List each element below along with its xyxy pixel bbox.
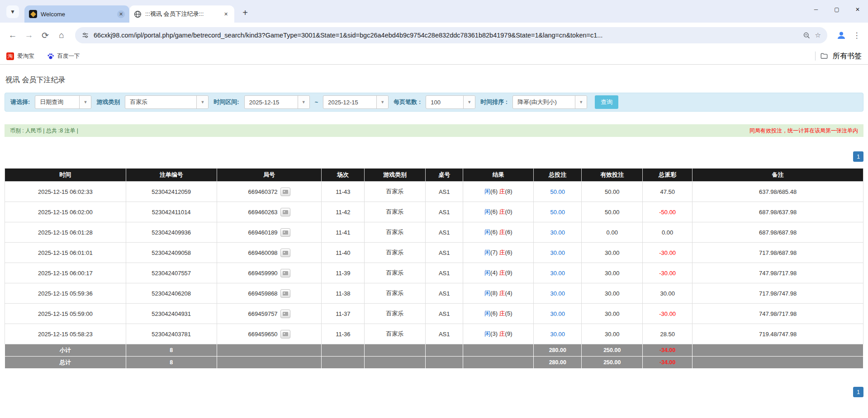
reload-button[interactable]: ⟳ bbox=[37, 27, 53, 43]
bet-records-table: 时间 注单编号 局号 场次 游戏类别 桌号 结果 总投注 有效投注 总派彩 备注… bbox=[5, 168, 863, 369]
total-bet-link[interactable]: 30.00 bbox=[550, 229, 565, 236]
window-controls: ─ ▢ ✕ bbox=[806, 2, 868, 17]
cell-game-type: 百家乐 bbox=[365, 182, 426, 202]
header-total-bet: 总投注 bbox=[534, 169, 582, 182]
site-settings-icon[interactable] bbox=[81, 32, 89, 39]
cell-bet-id: 523042403781 bbox=[126, 324, 217, 344]
cell-table-no: AS1 bbox=[425, 222, 463, 243]
currency-total-text: 币别 : 人民币 | 总共 :8 注单 | bbox=[10, 127, 78, 135]
close-icon[interactable]: ✕ bbox=[222, 10, 230, 18]
result-banker: 庄 bbox=[499, 188, 505, 195]
result-player: 闲 bbox=[484, 188, 490, 195]
cell-game-type: 百家乐 bbox=[365, 222, 426, 243]
cell-session: 11-38 bbox=[322, 283, 365, 304]
page-1-button[interactable]: 1 bbox=[853, 387, 863, 397]
new-tab-button[interactable]: + bbox=[239, 6, 251, 19]
tab-welcome[interactable]: Welcome ✕ bbox=[24, 5, 129, 23]
cell-note: 719.48/747.98 bbox=[693, 324, 863, 344]
close-icon[interactable]: ✕ bbox=[117, 10, 125, 18]
sort-order-label: 时间排序 : bbox=[480, 98, 508, 106]
subtotal-valid-bet: 250.00 bbox=[582, 344, 643, 357]
chevron-down-icon: ▼ bbox=[376, 96, 388, 108]
cell-valid-bet: 30.00 bbox=[582, 243, 643, 263]
bet-table-body: 2025-12-15 06:02:33523042412059669460372… bbox=[5, 182, 863, 344]
back-button[interactable]: ← bbox=[5, 27, 21, 43]
page-1-button[interactable]: 1 bbox=[853, 151, 863, 162]
cell-time: 2025-12-15 05:59:00 bbox=[5, 304, 126, 324]
table-row: 2025-12-15 06:01:01523042409058669460098… bbox=[5, 243, 863, 263]
game-type-select[interactable]: 百家乐 ▼ bbox=[125, 95, 209, 109]
cell-result: 闲(6) 庄(0) bbox=[463, 202, 534, 222]
minimize-icon[interactable]: ─ bbox=[806, 2, 826, 17]
search-button[interactable]: 查询 bbox=[595, 95, 618, 109]
round-number: 669459868 bbox=[248, 290, 278, 297]
header-payout: 总派彩 bbox=[643, 169, 693, 182]
tab-search-button[interactable]: ▼ bbox=[6, 5, 19, 18]
cell-total-bet: 30.00 bbox=[534, 243, 582, 263]
cell-time: 2025-12-15 06:00:17 bbox=[5, 263, 126, 283]
round-detail-icon[interactable] bbox=[280, 330, 290, 338]
cell-note: 717.98/687.98 bbox=[693, 243, 863, 263]
bookmark-label: 爱淘宝 bbox=[17, 52, 34, 60]
cell-note: 747.98/717.98 bbox=[693, 304, 863, 324]
per-page-select[interactable]: 100 ▼ bbox=[426, 95, 475, 109]
subtotal-count: 8 bbox=[126, 344, 217, 357]
table-summary: 小计 8 280.00 250.00 -34.00 总计 8 280.00 25… bbox=[5, 344, 863, 369]
round-detail-icon[interactable] bbox=[280, 310, 290, 318]
all-bookmarks[interactable]: 所有书签 bbox=[815, 52, 862, 61]
payout-value: 30.00 bbox=[660, 290, 675, 297]
date-to-select[interactable]: 2025-12-15 ▼ bbox=[323, 95, 389, 109]
bookmark-baidu[interactable]: 百度一下 bbox=[47, 52, 80, 60]
header-bet-id: 注单编号 bbox=[126, 169, 217, 182]
bookmark-star-icon[interactable]: ☆ bbox=[815, 31, 821, 39]
query-type-select[interactable]: 日期查询 ▼ bbox=[35, 95, 91, 109]
tab-title: Welcome bbox=[41, 11, 114, 18]
address-bar[interactable]: 66cxkj98.com/ipl/portal.php/game/betreco… bbox=[75, 27, 827, 43]
cell-total-bet: 30.00 bbox=[534, 283, 582, 304]
browser-toolbar: ← → ⟳ ⌂ 66cxkj98.com/ipl/portal.php/game… bbox=[0, 23, 868, 48]
result-banker: 庄 bbox=[499, 208, 505, 215]
sort-order-select[interactable]: 降幂(由大到小) ▼ bbox=[512, 95, 587, 109]
round-detail-icon[interactable] bbox=[280, 208, 290, 216]
maximize-icon[interactable]: ▢ bbox=[826, 2, 847, 17]
browser-menu-icon[interactable]: ⋮ bbox=[850, 31, 863, 40]
tab-strip: ▼ Welcome ✕ :::视讯 会员下注纪录::: ✕ + ─ ▢ ✕ bbox=[0, 0, 868, 23]
url-text[interactable]: 66cxkj98.com/ipl/portal.php/game/betreco… bbox=[94, 32, 798, 39]
subtotal-label: 小计 bbox=[5, 344, 126, 357]
forward-button[interactable]: → bbox=[21, 27, 37, 43]
round-detail-icon[interactable] bbox=[280, 269, 290, 277]
date-from-select[interactable]: 2025-12-15 ▼ bbox=[244, 95, 310, 109]
total-bet-link[interactable]: 30.00 bbox=[550, 331, 565, 338]
cell-total-bet: 30.00 bbox=[534, 304, 582, 324]
all-bookmarks-label: 所有书签 bbox=[833, 52, 862, 61]
round-detail-icon[interactable] bbox=[280, 228, 290, 237]
cell-bet-id: 523042406208 bbox=[126, 283, 217, 304]
round-detail-icon[interactable] bbox=[280, 289, 290, 298]
tab-betrecord[interactable]: :::视讯 会员下注纪录::: ✕ bbox=[129, 5, 234, 23]
total-bet-link[interactable]: 50.00 bbox=[550, 188, 565, 195]
pagination-bottom: 1 bbox=[5, 387, 863, 397]
close-window-icon[interactable]: ✕ bbox=[847, 2, 868, 17]
total-bet-link[interactable]: 50.00 bbox=[550, 209, 565, 216]
cell-round-id: 669460372 bbox=[217, 182, 322, 202]
cell-game-type: 百家乐 bbox=[365, 263, 426, 283]
cell-session: 11-42 bbox=[322, 202, 365, 222]
home-button[interactable]: ⌂ bbox=[53, 27, 70, 43]
round-detail-icon[interactable] bbox=[280, 188, 290, 196]
cell-result: 闲(4) 庄(9) bbox=[463, 263, 534, 283]
total-bet-link[interactable]: 30.00 bbox=[550, 290, 565, 297]
cell-round-id: 669459650 bbox=[217, 324, 322, 344]
total-bet-link[interactable]: 30.00 bbox=[550, 249, 565, 256]
cell-game-type: 百家乐 bbox=[365, 324, 426, 344]
total-bet-link[interactable]: 30.00 bbox=[550, 310, 565, 317]
bookmark-aitaobao[interactable]: 淘 爱淘宝 bbox=[6, 52, 34, 60]
profile-avatar-icon[interactable] bbox=[835, 28, 848, 42]
round-detail-icon[interactable] bbox=[280, 249, 290, 257]
game-type-label: 游戏类别 bbox=[96, 98, 120, 106]
zoom-out-icon[interactable] bbox=[803, 32, 811, 39]
subtotal-payout: -34.00 bbox=[643, 344, 693, 357]
round-number: 669460372 bbox=[248, 188, 278, 195]
round-number: 669459757 bbox=[248, 310, 278, 317]
total-payout: -34.00 bbox=[643, 357, 693, 369]
total-bet-link[interactable]: 30.00 bbox=[550, 270, 565, 277]
